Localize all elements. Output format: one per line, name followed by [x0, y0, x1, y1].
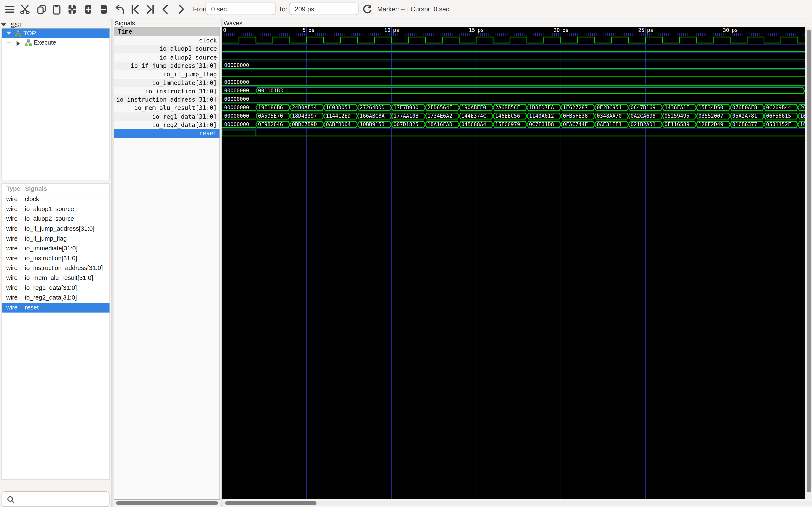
signals-hscrollbar-thumb[interactable]	[116, 501, 218, 505]
to-label: To:	[279, 6, 287, 13]
signal-list-item[interactable]: io_instruction_address[31:0]	[114, 96, 219, 104]
axis-tick-label: 0	[223, 27, 226, 33]
bus-value-text: 105	[800, 113, 805, 119]
table-row[interactable]: wireio_if_jump_address[31:0]	[2, 224, 109, 234]
table-row[interactable]: wireio_instruction_address[31:0]	[2, 263, 109, 273]
table-row[interactable]: wireio_mem_alu_result[31:0]	[2, 273, 109, 283]
bus-value-text: 001101B3	[258, 88, 283, 94]
sst-header[interactable]: SST	[1, 20, 23, 28]
signal-list-item[interactable]: io_immediate[31:0]	[114, 78, 219, 87]
search-icon	[7, 496, 15, 506]
axis-tick-number: 15	[469, 27, 475, 33]
menu-icon[interactable]	[4, 4, 16, 15]
bus-value-text: 03552007	[698, 113, 723, 119]
table-row[interactable]: wireio_aluop2_source	[2, 214, 109, 224]
bus-value-text: 1F627287	[563, 104, 588, 110]
bus-value-text: 00000000	[224, 113, 249, 119]
signal-name: io_mem_alu_result[31:0]	[25, 273, 93, 283]
gtkwave-window: From: 0 sec To: 209 ps Marker: -- | Curs…	[0, 0, 812, 507]
axis-tick-unit: ps	[478, 27, 484, 33]
signal-name: io_immediate[31:0]	[25, 243, 78, 253]
table-row[interactable]: wireio_aluop1_source	[2, 204, 109, 214]
waves-vscrollbar[interactable]	[805, 27, 812, 499]
hierarchy-panel: SST TOPExecute Type Signals wireclockwir…	[0, 18, 111, 507]
prev-edge-icon[interactable]	[160, 4, 171, 15]
signals-hscrollbar[interactable]	[113, 501, 220, 505]
reload-icon[interactable]	[362, 4, 373, 15]
table-row[interactable]: wireio_immediate[31:0]	[2, 243, 109, 253]
signal-list-item[interactable]: reset	[114, 129, 219, 138]
bus-value-text: 15E34D50	[698, 104, 723, 110]
column-divider	[22, 185, 22, 193]
signal-list-item[interactable]: io_reg2_data[31:0]	[114, 121, 219, 129]
table-row[interactable]: wireio_if_jump_flag	[2, 234, 109, 244]
bus-value-text: 19F186B6	[258, 104, 283, 110]
signal-name: io_if_jump_address[31:0]	[25, 224, 95, 234]
signal-name: io_aluop2_source	[25, 214, 74, 224]
axis-tick-number: 25	[638, 27, 645, 33]
bus-value-text: 0C269B44	[766, 104, 791, 110]
bus-value-text: 114412ED	[326, 113, 351, 119]
next-edge-icon[interactable]	[175, 4, 187, 15]
waves-vscrollbar-thumb[interactable]	[807, 30, 811, 493]
signal-list-item[interactable]: io_aluop2_source	[114, 53, 219, 62]
waves-hscrollbar-thumb[interactable]	[225, 501, 316, 505]
bus-value-text: 1DBFD7EA	[529, 104, 554, 110]
signal-list-item[interactable]: clock	[114, 36, 219, 45]
bus-value-text: 05A2A781	[732, 113, 757, 119]
bus-value-text: 0ABFBD64	[326, 121, 351, 127]
zoom-in-icon[interactable]	[83, 4, 94, 15]
to-input[interactable]: 209 ps	[289, 3, 359, 15]
signal-search-input[interactable]	[1, 491, 109, 507]
zoom-fit-icon[interactable]	[66, 4, 78, 15]
undo-icon[interactable]	[113, 4, 125, 15]
bus-value-text: 0FAC744F	[563, 121, 588, 127]
tree-node-top[interactable]: TOP	[2, 29, 109, 38]
table-row[interactable]: wireio_reg2_data[31:0]	[2, 293, 109, 303]
axis-tick-unit: ps	[562, 27, 569, 33]
expander-open-icon[interactable]	[6, 32, 11, 35]
bus-value-text: 177AA10B	[394, 113, 418, 119]
axis-tick-unit: ps	[393, 27, 399, 33]
bus-value-text: 01CB6377	[732, 121, 757, 127]
tree-node-execute[interactable]: Execute	[2, 38, 109, 47]
bus-value-text: 0E2BC951	[597, 104, 622, 110]
expander-closed-icon[interactable]	[17, 41, 20, 46]
bus-value-text: 167	[800, 121, 805, 127]
copy-icon[interactable]	[36, 4, 47, 15]
bus-value-text: 00000000	[224, 121, 249, 127]
signal-list-item[interactable]: io_reg1_data[31:0]	[114, 112, 219, 121]
signal-list-item[interactable]: io_mem_alu_result[31:0]	[114, 104, 219, 112]
bus-value-text: 2FD6564F	[427, 104, 452, 110]
zoom-out-icon[interactable]	[98, 4, 109, 15]
table-row[interactable]: wireclock	[2, 194, 109, 204]
table-row[interactable]: wireio_instruction[31:0]	[2, 253, 109, 264]
signal-list-item[interactable]: io_if_jump_flag	[114, 70, 219, 78]
axis-tick-unit: ps	[732, 27, 738, 33]
paste-icon[interactable]	[51, 4, 62, 15]
signal-list-item[interactable]: io_instruction[31:0]	[114, 87, 219, 96]
signal-type: wire	[6, 293, 17, 303]
column-header-type[interactable]: Type	[6, 184, 20, 194]
marker-cursor-status: Marker: -- | Cursor: 0 sec	[377, 6, 449, 13]
signal-type: wire	[6, 273, 17, 283]
column-header-signals[interactable]: Signals	[25, 184, 47, 194]
signal-list-item[interactable]: io_aluop1_source	[114, 45, 219, 53]
waveform-canvas[interactable]: 05ps10ps15ps20ps25ps30ps0000000000000000…	[222, 27, 805, 499]
signal-list-item[interactable]: io_if_jump_address[31:0]	[114, 62, 219, 70]
bus-value-text: 18A16FAD	[427, 121, 452, 127]
waves-hscrollbar[interactable]	[222, 501, 812, 505]
go-to-start-icon[interactable]	[129, 4, 141, 15]
time-header[interactable]: Time	[114, 27, 219, 37]
table-row[interactable]: wireio_reg1_data[31:0]	[2, 283, 109, 293]
paned-divider-left[interactable]	[111, 18, 113, 507]
from-input[interactable]: 0 sec	[206, 3, 275, 15]
table-row[interactable]: wirereset	[2, 303, 109, 313]
tree-guide	[7, 36, 11, 43]
bus-value-text: 04BC88A4	[461, 121, 486, 127]
bus-value-text: 128E2D49	[698, 121, 723, 127]
cut-icon[interactable]	[19, 4, 31, 15]
go-to-end-icon[interactable]	[145, 4, 156, 15]
signal-name: reset	[25, 303, 39, 313]
sst-tree: TOPExecute	[1, 28, 110, 180]
